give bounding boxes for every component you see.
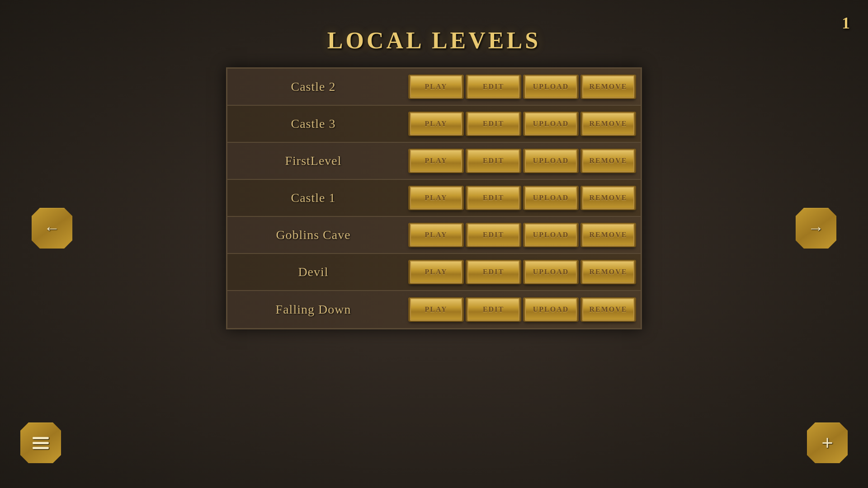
page-indicator: 1 — [842, 14, 850, 33]
upload-button-2[interactable]: UPLOAD — [524, 149, 578, 173]
level-row: Castle 3PLAYEDITUPLOADREMOVE — [227, 106, 641, 143]
upload-button-1[interactable]: UPLOAD — [524, 112, 578, 136]
play-button-3[interactable]: PLAY — [409, 186, 463, 210]
remove-button-3[interactable]: REMOVE — [581, 186, 635, 210]
level-action-buttons: PLAYEDITUPLOADREMOVE — [404, 293, 641, 326]
play-button-0[interactable]: PLAY — [409, 75, 463, 99]
remove-button-6[interactable]: REMOVE — [581, 297, 635, 322]
page-title: LOCAL LEVELS — [327, 27, 541, 54]
remove-button-5[interactable]: REMOVE — [581, 260, 635, 284]
remove-button-2[interactable]: REMOVE — [581, 149, 635, 173]
edit-button-4[interactable]: EDIT — [467, 223, 520, 247]
remove-button-0[interactable]: REMOVE — [581, 75, 635, 99]
edit-button-6[interactable]: EDIT — [467, 297, 520, 322]
level-name: Castle 1 — [227, 191, 404, 205]
forward-button[interactable]: → — [796, 208, 836, 249]
level-action-buttons: PLAYEDITUPLOADREMOVE — [404, 181, 641, 215]
level-row: DevilPLAYEDITUPLOADREMOVE — [227, 254, 641, 291]
play-button-2[interactable]: PLAY — [409, 149, 463, 173]
edit-button-1[interactable]: EDIT — [467, 112, 520, 136]
back-button[interactable]: ← — [32, 208, 72, 249]
level-row: Goblins CavePLAYEDITUPLOADREMOVE — [227, 217, 641, 254]
play-button-1[interactable]: PLAY — [409, 112, 463, 136]
edit-button-0[interactable]: EDIT — [467, 75, 520, 99]
level-action-buttons: PLAYEDITUPLOADREMOVE — [404, 218, 641, 252]
edit-button-3[interactable]: EDIT — [467, 186, 520, 210]
level-name: Goblins Cave — [227, 228, 404, 242]
levels-list: Castle 2PLAYEDITUPLOADREMOVECastle 3PLAY… — [226, 67, 642, 329]
play-button-5[interactable]: PLAY — [409, 260, 463, 284]
level-row: Castle 2PLAYEDITUPLOADREMOVE — [227, 69, 641, 106]
menu-icon — [33, 437, 49, 449]
level-name: Castle 2 — [227, 80, 404, 94]
level-action-buttons: PLAYEDITUPLOADREMOVE — [404, 255, 641, 289]
level-action-buttons: PLAYEDITUPLOADREMOVE — [404, 144, 641, 178]
plus-icon: + — [821, 433, 833, 453]
edit-button-2[interactable]: EDIT — [467, 149, 520, 173]
upload-button-6[interactable]: UPLOAD — [524, 297, 578, 322]
upload-button-4[interactable]: UPLOAD — [524, 223, 578, 247]
level-action-buttons: PLAYEDITUPLOADREMOVE — [404, 107, 641, 141]
edit-button-5[interactable]: EDIT — [467, 260, 520, 284]
level-name: Castle 3 — [227, 117, 404, 131]
play-button-4[interactable]: PLAY — [409, 223, 463, 247]
remove-button-1[interactable]: REMOVE — [581, 112, 635, 136]
forward-arrow-icon: → — [808, 219, 824, 238]
level-name: Falling Down — [227, 302, 404, 317]
play-button-6[interactable]: PLAY — [409, 297, 463, 322]
remove-button-4[interactable]: REMOVE — [581, 223, 635, 247]
level-row: Castle 1PLAYEDITUPLOADREMOVE — [227, 180, 641, 217]
back-arrow-icon: ← — [44, 219, 60, 238]
add-button[interactable]: + — [807, 422, 848, 463]
level-name: Devil — [227, 265, 404, 279]
upload-button-0[interactable]: UPLOAD — [524, 75, 578, 99]
level-row: FirstLevelPLAYEDITUPLOADREMOVE — [227, 143, 641, 180]
level-name: FirstLevel — [227, 154, 404, 168]
level-row: Falling DownPLAYEDITUPLOADREMOVE — [227, 291, 641, 328]
menu-button[interactable] — [20, 422, 61, 463]
level-action-buttons: PLAYEDITUPLOADREMOVE — [404, 70, 641, 103]
upload-button-5[interactable]: UPLOAD — [524, 260, 578, 284]
upload-button-3[interactable]: UPLOAD — [524, 186, 578, 210]
